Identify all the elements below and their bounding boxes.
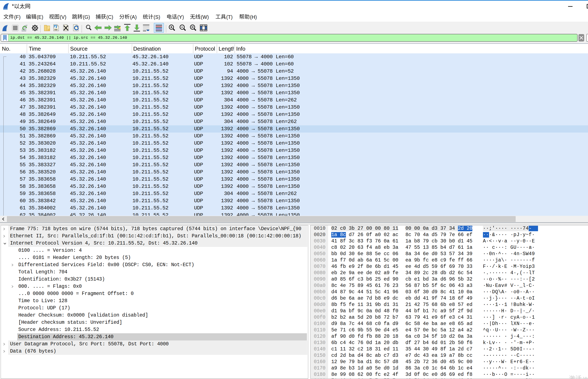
svg-text:010: 010 [54,29,57,31]
